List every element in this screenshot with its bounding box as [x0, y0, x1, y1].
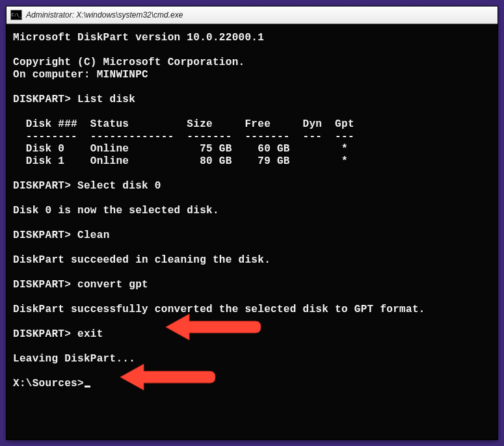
resp-select: Disk 0 is now the selected disk. — [13, 205, 219, 216]
cursor — [85, 386, 90, 387]
prompt: DISKPART> — [13, 279, 71, 291]
cmd-list-disk: List disk — [77, 94, 135, 105]
disk-table-header: Disk ### Status Size Free Dyn Gpt — [13, 118, 354, 130]
prompt: DISKPART> — [13, 94, 71, 105]
window-title: Administrator: X:\windows\system32\cmd.e… — [26, 10, 183, 20]
disk-table-divider: -------- ------------- ------- ------- -… — [13, 131, 354, 142]
cmd-clean: Clean — [77, 230, 110, 241]
prompt: DISKPART> — [13, 230, 71, 241]
cmd-convert-gpt: convert gpt — [77, 279, 148, 291]
computer-line: On computer: MINWINPC — [13, 69, 148, 81]
cmd-exit: exit — [77, 328, 103, 340]
cmd-icon — [10, 10, 22, 20]
copyright-line: Copyright (C) Microsoft Corporation. — [13, 57, 245, 68]
disk-row-1: Disk 1 Online 80 GB 79 GB * — [13, 155, 348, 167]
cmd-window: Administrator: X:\windows\system32\cmd.e… — [7, 7, 497, 439]
prompt: DISKPART> — [13, 180, 71, 192]
terminal-area[interactable]: Microsoft DiskPart version 10.0.22000.1 … — [7, 24, 497, 439]
disk-row-0: Disk 0 Online 75 GB 60 GB * — [13, 143, 348, 155]
resp-clean: DiskPart succeeded in cleaning the disk. — [13, 254, 271, 266]
cmd-select-disk: Select disk 0 — [77, 180, 161, 192]
resp-exit: Leaving DiskPart... — [13, 353, 135, 365]
final-prompt: X:\Sources> — [13, 378, 84, 389]
prompt: DISKPART> — [13, 328, 71, 340]
titlebar[interactable]: Administrator: X:\windows\system32\cmd.e… — [7, 7, 497, 24]
resp-convert: DiskPart successfully converted the sele… — [13, 304, 425, 315]
diskpart-version: Microsoft DiskPart version 10.0.22000.1 — [13, 32, 264, 44]
